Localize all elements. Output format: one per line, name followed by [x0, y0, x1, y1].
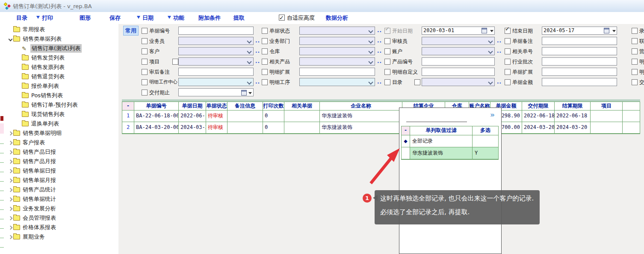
filter-checkbox[interactable] — [505, 69, 511, 75]
filter-text-input[interactable] — [178, 68, 254, 76]
sidebar-item[interactable]: 销售产品日报 — [5, 147, 118, 157]
column-header[interactable]: 相关单据 — [284, 102, 320, 111]
filter-text-input[interactable] — [542, 78, 617, 86]
filter-checkbox[interactable] — [142, 79, 148, 85]
filter-dropdown[interactable] — [299, 37, 375, 45]
menu-button-print[interactable]: 打印 — [36, 12, 53, 24]
range-dots-button[interactable]: .. — [497, 38, 502, 44]
filter-checkbox[interactable] — [632, 38, 638, 44]
filter-checkbox[interactable] — [632, 28, 638, 34]
column-header[interactable]: 结算期限 — [555, 102, 591, 111]
sidebar-item[interactable]: 销售订单-预付列表 — [5, 100, 118, 110]
filter-date-input[interactable] — [178, 88, 254, 96]
sidebar-item[interactable]: 销售类单据明细 — [5, 128, 118, 138]
range-dots-button[interactable]: .. — [377, 27, 382, 33]
filter-dropdown[interactable] — [178, 57, 254, 66]
cell-related[interactable] — [284, 111, 320, 122]
menu-button-data-analysis[interactable]: 数据分析 — [326, 12, 348, 24]
cell-project[interactable] — [591, 111, 623, 122]
sidebar-item-expanded[interactable]: 销售类单据列表 — [5, 34, 118, 44]
cell-company[interactable]: 华东捷波装饰 — [320, 122, 402, 134]
filter-dropdown[interactable] — [299, 27, 375, 35]
range-dots-button[interactable]: .. — [255, 79, 260, 85]
chevron-right-icon[interactable] — [8, 159, 12, 164]
cell-deliver-date[interactable]: 2024-03-20 — [522, 122, 555, 134]
filter-extra-checkbox[interactable] — [172, 59, 178, 65]
column-header[interactable]: 单据编号 — [134, 102, 179, 111]
popup-header-dash[interactable]: - — [402, 126, 410, 135]
row-number[interactable]: 2 — [122, 122, 134, 134]
menu-button-function[interactable]: 功能 — [168, 12, 184, 24]
filter-checkbox[interactable] — [262, 79, 268, 85]
filter-dropdown[interactable] — [299, 47, 375, 55]
filter-dropdown[interactable] — [422, 37, 495, 45]
cell-doc-code[interactable]: BA-22-06-18-0002 — [134, 111, 179, 122]
filter-checkbox[interactable] — [262, 38, 268, 44]
autofit-height-checkbox[interactable]: 自适应高度 — [279, 12, 315, 24]
chevron-right-icon[interactable] — [8, 216, 12, 220]
column-header[interactable]: 打印次数 — [263, 102, 284, 111]
filter-checkbox[interactable] — [505, 38, 511, 44]
menu-button-graph[interactable]: 图形 — [80, 12, 91, 24]
sidebar-item[interactable]: 销售发票列表 — [5, 63, 118, 72]
cell-doc-date[interactable]: 2022-06-18 — [179, 111, 206, 122]
dropdown-arrow-icon[interactable] — [612, 30, 616, 34]
cell-status[interactable]: 待审核 — [206, 111, 227, 122]
sidebar-item[interactable]: 报价单列表 — [5, 81, 118, 91]
cell-note[interactable] — [227, 122, 263, 134]
filter-checkbox[interactable] — [142, 69, 148, 75]
quick-filter-button[interactable]: 常用 — [123, 26, 139, 36]
popup-option-label[interactable]: 全部记录 — [410, 135, 473, 147]
cell-related[interactable] — [284, 122, 320, 134]
filter-dropdown[interactable] — [178, 78, 254, 86]
filter-checkbox-checked[interactable] — [505, 28, 511, 34]
column-header[interactable]: 备注信息 — [227, 102, 263, 111]
range-dots-button[interactable]: .. — [255, 58, 260, 64]
column-header[interactable]: 企业名称 — [320, 102, 402, 111]
sidebar-item[interactable]: 销售单据月报 — [5, 176, 118, 185]
filter-checkbox[interactable] — [632, 59, 638, 65]
range-dots-button[interactable]: .. — [377, 58, 382, 64]
range-dots-button[interactable]: .. — [255, 38, 260, 44]
filter-checkbox[interactable] — [384, 48, 390, 54]
sidebar-item[interactable]: 展期业务 — [5, 232, 118, 242]
filter-text-input[interactable] — [542, 47, 617, 55]
filter-checkbox[interactable] — [505, 48, 511, 54]
menu-button-extra-conditions[interactable]: 附加条件 — [198, 12, 221, 24]
sidebar-item[interactable]: 销售单据日报 — [5, 166, 118, 176]
filter-checkbox[interactable] — [262, 69, 268, 75]
chevron-right-icon[interactable] — [8, 197, 12, 201]
filter-dropdown[interactable] — [299, 78, 375, 86]
sidebar-item[interactable]: 销售产品统计 — [5, 185, 118, 194]
filter-text-input[interactable] — [178, 27, 254, 35]
row-number[interactable]: 1 — [122, 111, 134, 122]
popup-option-label[interactable]: 华东捷波装饰 — [410, 147, 473, 159]
chevron-right-icon[interactable] — [8, 150, 12, 154]
popup-row-all-records[interactable]: ◆ 全部记录 — [402, 135, 498, 147]
filter-dropdown[interactable] — [422, 47, 495, 55]
filter-text-input[interactable] — [422, 57, 495, 66]
filter-checkbox[interactable] — [384, 38, 390, 44]
filter-checkbox[interactable] — [142, 59, 148, 65]
filter-checkbox[interactable] — [632, 79, 638, 85]
column-header[interactable]: 单据状态 — [206, 102, 227, 111]
filter-dropdown[interactable] — [178, 37, 254, 45]
filter-text-input[interactable] — [299, 68, 375, 76]
filter-checkbox[interactable] — [262, 28, 268, 34]
range-dots-button[interactable]: .. — [497, 79, 502, 85]
sidebar-item[interactable]: 会员管理报表 — [5, 213, 118, 223]
sidebar-item[interactable]: 客户报表 — [5, 138, 118, 147]
sidebar-item[interactable]: 价格体系报表 — [5, 223, 118, 232]
filter-dropdown[interactable] — [178, 47, 254, 55]
filter-checkbox[interactable] — [262, 59, 268, 65]
column-header[interactable]: 交付期限 — [522, 102, 555, 111]
sidebar-item[interactable]: 业务发展分析 — [5, 204, 118, 213]
table-row[interactable]: 1 BA-22-06-18-0002 2022-06-18 待审核 0 华东捷波… — [122, 111, 640, 122]
sidebar-item[interactable]: 销售退货列表 — [5, 72, 118, 81]
chevron-right-icon[interactable] — [8, 188, 12, 192]
cell-company[interactable]: 华东捷波装饰 — [320, 111, 402, 122]
filter-checkbox-checked-disabled[interactable] — [384, 28, 390, 34]
cell-print-count[interactable]: 0 — [263, 122, 284, 134]
popup-option-multi[interactable]: Y — [473, 147, 498, 159]
filter-dropdown[interactable] — [422, 78, 495, 86]
